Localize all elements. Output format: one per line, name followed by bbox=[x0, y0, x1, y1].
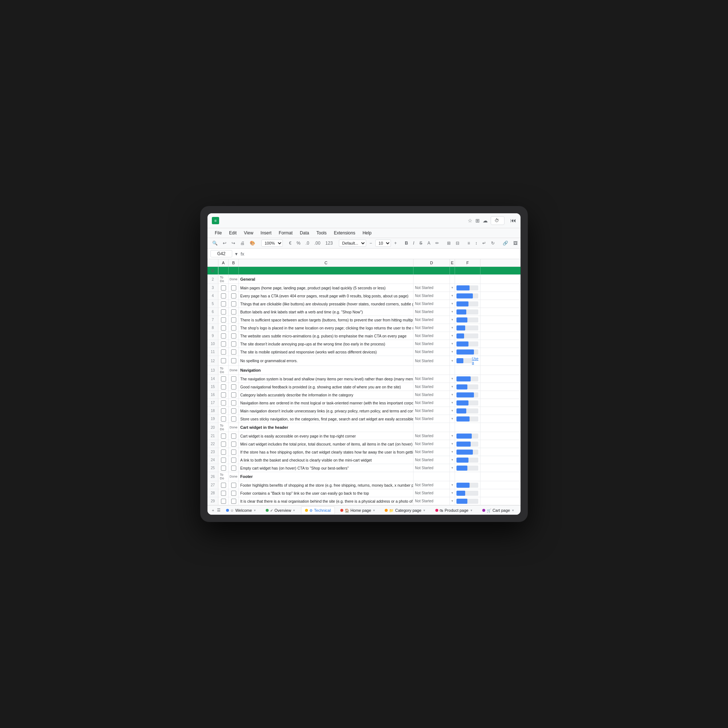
status-cell[interactable]: Not Started bbox=[413, 316, 450, 324]
status-dropdown-arrow[interactable]: ▼ bbox=[450, 407, 455, 414]
checkbox-done[interactable] bbox=[229, 300, 239, 307]
tab-product-page[interactable]: 🛍Product page▼ bbox=[431, 506, 477, 514]
italic-icon[interactable]: I bbox=[411, 240, 416, 247]
checkbox-todo[interactable] bbox=[219, 415, 229, 423]
checkbox-todo[interactable] bbox=[219, 356, 229, 366]
status-dropdown-arrow[interactable]: ▼ bbox=[450, 348, 455, 356]
status-cell[interactable]: Not Started bbox=[413, 356, 450, 366]
checkbox-done[interactable] bbox=[229, 332, 239, 340]
checkbox-todo[interactable] bbox=[219, 316, 229, 324]
font-size-select[interactable]: 10 bbox=[375, 240, 391, 247]
menu-help[interactable]: Help bbox=[359, 229, 375, 237]
tab-welcome[interactable]: ☆Welcome▼ bbox=[222, 506, 260, 514]
rotate-icon[interactable]: ↻ bbox=[489, 240, 497, 247]
checkbox-todo[interactable] bbox=[219, 391, 229, 399]
align-icon[interactable]: ≡ bbox=[466, 240, 472, 247]
checkbox-done[interactable] bbox=[229, 440, 239, 448]
checkbox-todo[interactable] bbox=[219, 300, 229, 307]
decimal-decrease-icon[interactable]: .0 bbox=[304, 240, 311, 247]
tab-dropdown-icon[interactable]: ▼ bbox=[253, 509, 256, 512]
status-dropdown-arrow[interactable]: ▼ bbox=[450, 375, 455, 382]
highlight-icon[interactable]: ✏ bbox=[434, 240, 441, 247]
status-cell[interactable]: Not Started bbox=[413, 300, 450, 307]
menu-insert[interactable]: Insert bbox=[258, 229, 274, 237]
checkbox-todo[interactable] bbox=[219, 348, 229, 356]
status-cell[interactable]: Not Started bbox=[413, 448, 450, 456]
checkbox-todo[interactable] bbox=[219, 464, 229, 472]
status-dropdown-arrow[interactable]: ▼ bbox=[450, 440, 455, 448]
status-cell[interactable]: Not Started bbox=[413, 415, 450, 423]
status-dropdown-arrow[interactable]: ▼ bbox=[450, 284, 455, 292]
checkbox-done[interactable] bbox=[229, 308, 239, 316]
checkbox-todo[interactable] bbox=[219, 489, 229, 497]
checkbox-done[interactable] bbox=[229, 432, 239, 440]
paint-format-icon[interactable]: 🎨 bbox=[248, 240, 257, 247]
percent-icon[interactable]: % bbox=[295, 240, 303, 247]
bold-icon[interactable]: B bbox=[403, 240, 410, 247]
tab-overview[interactable]: ✓Overview▼ bbox=[262, 506, 300, 514]
font-size-decrease[interactable]: − bbox=[368, 240, 374, 247]
status-dropdown-arrow[interactable]: ▼ bbox=[450, 489, 455, 497]
checkbox-todo[interactable] bbox=[219, 432, 229, 440]
status-dropdown-arrow[interactable]: ▼ bbox=[450, 415, 455, 423]
star-icon[interactable]: ☆ bbox=[468, 218, 473, 223]
image-icon[interactable]: 🖼 bbox=[511, 240, 519, 247]
menu-tools[interactable]: Tools bbox=[314, 229, 329, 237]
status-cell[interactable]: Not Started bbox=[413, 324, 450, 332]
menu-view[interactable]: View bbox=[241, 229, 256, 237]
checkbox-done[interactable] bbox=[229, 456, 239, 464]
checkbox-todo[interactable] bbox=[219, 456, 229, 464]
status-dropdown-arrow[interactable]: ▼ bbox=[450, 464, 455, 472]
status-cell[interactable]: Not Started bbox=[413, 497, 450, 505]
search-icon[interactable]: 🔍 bbox=[210, 240, 219, 247]
checkbox-done[interactable] bbox=[229, 497, 239, 505]
status-dropdown-arrow[interactable]: ▼ bbox=[450, 332, 455, 340]
sheets-menu-button[interactable]: ☰ bbox=[216, 506, 222, 515]
formula-input[interactable] bbox=[247, 251, 518, 257]
start-timer-button[interactable]: ⏱ bbox=[491, 216, 505, 225]
status-dropdown-arrow[interactable]: ▼ bbox=[450, 340, 455, 348]
tab-dropdown-icon[interactable]: ▼ bbox=[423, 509, 426, 512]
checkbox-done[interactable] bbox=[229, 489, 239, 497]
print-icon[interactable]: 🖨 bbox=[239, 240, 246, 247]
checkbox-done[interactable] bbox=[229, 399, 239, 407]
borders-icon[interactable]: ⊞ bbox=[445, 240, 453, 247]
font-size-increase[interactable]: + bbox=[392, 240, 399, 247]
formula-expand-icon[interactable]: ▾ bbox=[235, 251, 238, 257]
history-icon[interactable]: ⏮ bbox=[510, 217, 516, 224]
status-dropdown-arrow[interactable]: ▼ bbox=[450, 481, 455, 489]
checkbox-done[interactable] bbox=[229, 292, 239, 300]
checkbox-todo[interactable] bbox=[219, 292, 229, 300]
status-dropdown-arrow[interactable]: ▼ bbox=[450, 308, 455, 316]
checkbox-done[interactable] bbox=[229, 383, 239, 391]
decimal-increase-icon[interactable]: .00 bbox=[312, 240, 322, 247]
cloud-icon[interactable]: ☁ bbox=[483, 218, 488, 223]
status-cell[interactable]: Not Started bbox=[413, 348, 450, 356]
checkbox-done[interactable] bbox=[229, 340, 239, 348]
tab-home-page[interactable]: 🏠Home page▼ bbox=[336, 506, 380, 514]
col-header-f[interactable]: F bbox=[455, 259, 480, 266]
status-dropdown-arrow[interactable]: ▼ bbox=[450, 300, 455, 307]
checkbox-todo[interactable] bbox=[219, 481, 229, 489]
col-header-a[interactable]: A bbox=[219, 259, 229, 266]
menu-edit[interactable]: Edit bbox=[226, 229, 240, 237]
tab-dropdown-icon[interactable]: ▼ bbox=[293, 509, 295, 512]
status-cell[interactable]: Not Started bbox=[413, 284, 450, 292]
checkbox-todo[interactable] bbox=[219, 284, 229, 292]
status-cell[interactable]: Not Started bbox=[413, 407, 450, 414]
checkbox-todo[interactable] bbox=[219, 375, 229, 382]
number-format-icon[interactable]: 123 bbox=[324, 240, 335, 247]
col-header-e[interactable]: E bbox=[450, 259, 455, 266]
menu-file[interactable]: File bbox=[212, 229, 225, 237]
tab-dropdown-icon[interactable]: ▼ bbox=[470, 509, 473, 512]
checkbox-todo[interactable] bbox=[219, 324, 229, 332]
checkbox-done[interactable] bbox=[229, 415, 239, 423]
status-cell[interactable]: Not Started bbox=[413, 391, 450, 399]
checkbox-todo[interactable] bbox=[219, 448, 229, 456]
checkbox-todo[interactable] bbox=[219, 383, 229, 391]
status-dropdown-arrow[interactable]: ▼ bbox=[450, 432, 455, 440]
menu-data[interactable]: Data bbox=[297, 229, 312, 237]
tab-technical[interactable]: ⚙Technical bbox=[301, 506, 335, 514]
checkbox-todo[interactable] bbox=[219, 399, 229, 407]
add-sheet-button[interactable]: + bbox=[210, 506, 216, 515]
